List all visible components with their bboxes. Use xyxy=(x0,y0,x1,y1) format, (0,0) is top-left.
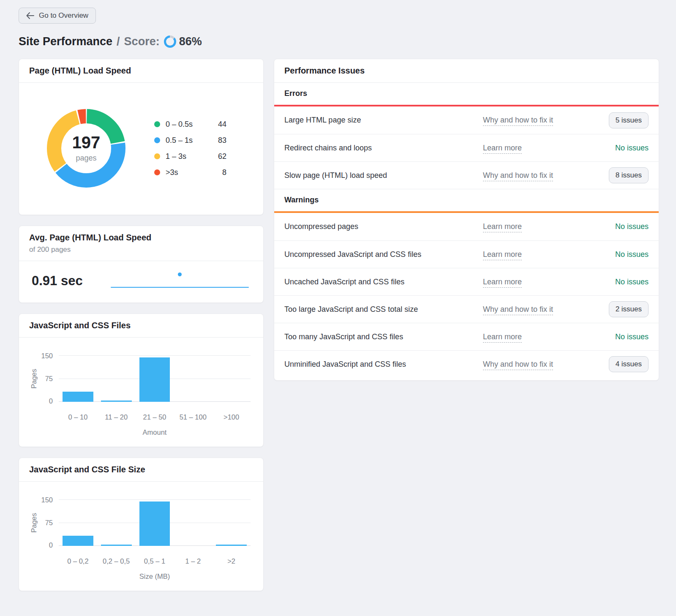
js-css-file-size-card: JavaScript and CSS File Size Pages150750… xyxy=(19,458,264,591)
left-column: Page (HTML) Load Speed 197 pages 0 – 0.5… xyxy=(19,59,264,591)
x-category-label: 0,5 – 1 xyxy=(136,557,174,565)
plot-area xyxy=(59,499,251,546)
issue-status: No issues xyxy=(589,333,649,341)
x-category-label: 0 – 10 xyxy=(59,413,97,421)
legend-value: 44 xyxy=(208,120,226,129)
bar xyxy=(139,502,170,546)
issue-row: Too large JavaScript and CSS total sizeW… xyxy=(274,295,659,323)
issues-count-button[interactable]: 8 issues xyxy=(609,167,649,183)
avg-load-speed-value: 0.91 sec xyxy=(32,273,83,289)
bar xyxy=(101,401,132,402)
issue-help-link-text[interactable]: Why and how to fix it xyxy=(483,171,553,181)
issue-help-link-text[interactable]: Learn more xyxy=(483,144,522,154)
page-load-speed-card-header: Page (HTML) Load Speed xyxy=(19,59,263,83)
avg-load-speed-card-header: Avg. Page (HTML) Load Speed of 200 pages xyxy=(19,226,263,261)
issue-help-link-text[interactable]: Learn more xyxy=(483,250,522,260)
legend-label: 0 – 0.5s xyxy=(166,120,208,129)
issues-section-errors: ErrorsLarge HTML page sizeWhy and how to… xyxy=(274,83,659,189)
y-tick-label: 0 xyxy=(39,397,53,405)
section-header-warnings: Warnings xyxy=(274,189,659,211)
issue-status: 5 issues xyxy=(589,112,649,128)
issue-help-link-text[interactable]: Why and how to fix it xyxy=(483,305,553,315)
x-axis-categories: 0 – 1011 – 2021 – 5051 – 100>100 xyxy=(59,413,251,421)
y-tick-label: 150 xyxy=(39,352,53,360)
issues-section-warnings: WarningsUncompressed pagesLearn moreNo i… xyxy=(274,189,659,378)
y-axis-label: Pages xyxy=(30,369,38,389)
issue-name: Slow page (HTML) load speed xyxy=(284,171,483,180)
legend-value: 62 xyxy=(208,152,226,161)
issue-name: Large HTML page size xyxy=(284,116,483,125)
performance-issues-card-title: Performance Issues xyxy=(284,66,649,76)
y-axis-ticks: 150750 xyxy=(39,496,59,549)
js-css-file-size-card-title: JavaScript and CSS File Size xyxy=(29,465,253,474)
legend-dot xyxy=(154,137,160,143)
issue-status: 8 issues xyxy=(589,167,649,183)
js-css-files-card-title: JavaScript and CSS Files xyxy=(29,321,253,330)
avg-load-speed-card: Avg. Page (HTML) Load Speed of 200 pages… xyxy=(19,226,264,303)
sparkline-point xyxy=(178,273,182,276)
y-axis-label-column: Pages xyxy=(28,499,39,546)
page-load-speed-card: Page (HTML) Load Speed 197 pages 0 – 0.5… xyxy=(19,59,264,215)
js-css-file-size-card-header: JavaScript and CSS File Size xyxy=(19,458,263,482)
x-category-label: >100 xyxy=(212,413,251,421)
donut-center: 197 pages xyxy=(46,108,126,188)
legend-dot xyxy=(154,153,160,159)
issue-row: Redirect chains and loopsLearn moreNo is… xyxy=(274,134,659,161)
issue-row: Large HTML page sizeWhy and how to fix i… xyxy=(274,106,659,134)
bar-slot xyxy=(212,355,251,402)
issues-count-button[interactable]: 4 issues xyxy=(609,356,649,372)
issue-help-link: Learn more xyxy=(483,250,589,259)
legend-value: 83 xyxy=(208,136,226,145)
bar-slot xyxy=(97,499,136,546)
performance-issues-card-header: Performance Issues xyxy=(274,59,659,83)
issues-count-button[interactable]: 2 issues xyxy=(609,301,649,317)
bars-group xyxy=(59,355,251,402)
issue-status: No issues xyxy=(589,278,649,286)
issue-help-link-text[interactable]: Learn more xyxy=(483,278,522,288)
y-axis-label: Pages xyxy=(30,513,38,533)
performance-issues-card: Performance Issues ErrorsLarge HTML page… xyxy=(274,59,659,381)
issue-status: No issues xyxy=(589,144,649,153)
go-to-overview-button[interactable]: Go to Overview xyxy=(19,8,96,24)
page-title-text: Site Performance xyxy=(19,35,112,48)
bar xyxy=(101,545,132,546)
section-header-errors: Errors xyxy=(274,83,659,105)
bar xyxy=(63,392,93,402)
avg-load-speed-card-subtitle: of 200 pages xyxy=(29,245,253,254)
issue-help-link-text[interactable]: Learn more xyxy=(483,333,522,343)
x-axis-title: Amount xyxy=(59,428,251,436)
legend-item: 0.5 – 1s83 xyxy=(154,136,226,145)
page-load-speed-card-title: Page (HTML) Load Speed xyxy=(29,66,253,76)
x-category-label: 1 – 2 xyxy=(174,557,212,565)
issue-help-link-text[interactable]: Why and how to fix it xyxy=(483,116,553,126)
legend-item: 1 – 3s62 xyxy=(154,152,226,161)
issue-name: Uncompressed pages xyxy=(284,222,483,231)
go-to-overview-label: Go to Overview xyxy=(39,11,88,20)
avg-load-speed-sparkline xyxy=(111,272,249,290)
issues-count-button[interactable]: 5 issues xyxy=(609,112,649,128)
no-issues-label: No issues xyxy=(615,278,649,286)
issue-help-link-text[interactable]: Why and how to fix it xyxy=(483,360,553,370)
x-category-label: >2 xyxy=(212,557,251,565)
x-category-label: 51 – 100 xyxy=(174,413,212,421)
issue-status: 4 issues xyxy=(589,356,649,372)
no-issues-label: No issues xyxy=(615,144,649,153)
bar-slot xyxy=(59,499,97,546)
score-ring-hole xyxy=(166,38,174,46)
score-value: 86% xyxy=(179,35,202,48)
title-separator: / xyxy=(117,35,120,48)
issue-help-link-text[interactable]: Learn more xyxy=(483,222,522,232)
issue-name: Uncached JavaScript and CSS files xyxy=(284,278,483,286)
issue-row: Unminified JavaScript and CSS filesWhy a… xyxy=(274,350,659,378)
issue-row: Uncompressed JavaScript and CSS filesLea… xyxy=(274,240,659,268)
no-issues-label: No issues xyxy=(615,333,649,341)
issue-help-link: Learn more xyxy=(483,222,589,231)
no-issues-label: No issues xyxy=(615,250,649,259)
x-axis-categories: 0 – 0,20,2 – 0,50,5 – 11 – 2>2 xyxy=(59,557,251,565)
x-axis-title: Size (MB) xyxy=(59,572,251,581)
legend-item: 0 – 0.5s44 xyxy=(154,120,226,129)
js-css-file-size-bar-chart: Pages1507500 – 0,20,2 – 0,50,5 – 11 – 2>… xyxy=(28,499,251,581)
issue-help-link: Why and how to fix it xyxy=(483,305,589,314)
issue-help-link: Why and how to fix it xyxy=(483,116,589,125)
donut-total-unit: pages xyxy=(76,154,96,163)
